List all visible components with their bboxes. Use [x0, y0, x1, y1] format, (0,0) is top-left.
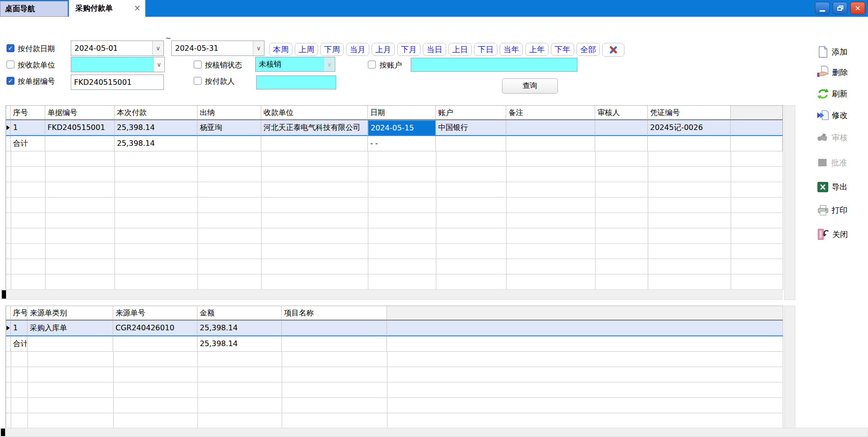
col-extra: [731, 106, 783, 120]
empty-rows-area: [6, 151, 783, 290]
table-row[interactable]: 1 采购入库单 CGR240426010 25,398.14: [6, 320, 783, 336]
verify-status-checkbox[interactable]: [194, 61, 202, 68]
audit-icon-disabled: [817, 131, 829, 144]
cell-auditor: [595, 120, 648, 136]
query-button[interactable]: 查询: [502, 78, 558, 94]
col-seq: 序号: [11, 106, 45, 120]
refresh-icon: [817, 88, 829, 100]
tab-close-icon[interactable]: ×: [134, 4, 141, 12]
col-source-no: 来源单号: [113, 306, 197, 320]
col-date: 日期: [368, 106, 436, 120]
doc-no-input[interactable]: [71, 75, 164, 90]
chevron-down-icon[interactable]: ∨: [153, 57, 164, 72]
titlebar: 桌面导航 采购付款单 × ✕: [0, 0, 868, 17]
range-all-button[interactable]: 全部: [576, 43, 600, 56]
payer-input[interactable]: [256, 75, 336, 89]
range-last-year-button[interactable]: 上年: [525, 43, 549, 56]
date-to-combobox[interactable]: 2024-05-31 ∨: [171, 41, 264, 56]
payment-table: 序号 单据编号 本次付款 出纳 收款单位 日期 账户 备注 审核人 凭证编号 1…: [6, 105, 783, 290]
tab-purchase-payment[interactable]: 采购付款单 ×: [69, 0, 145, 17]
add-button[interactable]: 添加: [817, 45, 848, 59]
close-button[interactable]: ✕: [850, 2, 865, 14]
range-today-button[interactable]: 当日: [423, 43, 446, 56]
quick-range-buttons: 本周 上周 下周 当月 上月 下月 当日 上日 下日 当年 上年 下年 全部: [269, 43, 624, 57]
main-grid-hscrollbar[interactable]: [1, 289, 782, 300]
range-next-week-button[interactable]: 下周: [320, 43, 344, 56]
range-this-year-button[interactable]: 当年: [500, 43, 523, 56]
modify-button[interactable]: 修改: [817, 108, 848, 122]
cell-cashier: 杨亚珣: [197, 120, 261, 136]
cell-account: 中国银行: [436, 120, 506, 136]
bottom-hscrollbar[interactable]: [0, 428, 868, 437]
col-account: 账户: [436, 106, 506, 120]
refresh-button[interactable]: 刷新: [817, 87, 848, 101]
source-table-header: 序号 来源单类别 来源单号 金额 项目名称: [6, 306, 783, 320]
range-this-month-button[interactable]: 当月: [346, 43, 369, 56]
range-next-month-button[interactable]: 下月: [397, 43, 420, 56]
date-from-combobox[interactable]: 2024-05-01 ∨: [71, 41, 164, 56]
empty-rows-area: [6, 352, 783, 428]
close-form-button[interactable]: 关闭: [817, 227, 848, 241]
payee-filter-checkbox[interactable]: [7, 61, 14, 68]
hscrollbar-thumb[interactable]: [2, 290, 6, 299]
hscrollbar-thumb[interactable]: [1, 429, 5, 436]
date-tools-button[interactable]: [602, 43, 624, 57]
window-close-icon: ✕: [855, 4, 861, 13]
row-arrow-icon: [7, 326, 10, 330]
add-document-icon: [817, 46, 829, 58]
cell-project: [282, 321, 387, 336]
restore-button[interactable]: [833, 2, 848, 14]
col-extra: [387, 306, 783, 320]
account-filter-checkbox[interactable]: [368, 61, 376, 68]
range-last-month-button[interactable]: 上月: [372, 43, 395, 56]
export-button[interactable]: 导出: [817, 180, 848, 194]
tab-desktop-nav-label: 桌面导航: [5, 4, 35, 14]
verify-status-value: 未核销: [256, 60, 324, 69]
main-grid-vscrollbar[interactable]: [784, 105, 795, 300]
range-next-year-button[interactable]: 下年: [551, 43, 574, 56]
chevron-down-icon[interactable]: ∨: [253, 41, 264, 55]
current-row-indicator: [6, 120, 11, 136]
range-yesterday-button[interactable]: 上日: [448, 43, 472, 56]
range-this-week-button[interactable]: 本周: [269, 43, 292, 56]
range-tomorrow-button[interactable]: 下日: [474, 43, 497, 56]
doc-no-filter-checkbox[interactable]: [7, 77, 14, 85]
date-filter-checkbox[interactable]: [7, 44, 14, 52]
minimize-button[interactable]: [815, 2, 830, 14]
minimize-icon: [820, 10, 825, 12]
account-input[interactable]: [411, 58, 577, 72]
cell-extra: [731, 120, 783, 136]
table-row[interactable]: 1 FKD240515001 25,398.14 杨亚珣 河北天正泰电气科技有限…: [6, 120, 783, 136]
row-indicator-header: [6, 106, 11, 120]
print-button[interactable]: 打印: [817, 203, 848, 217]
doc-no-filter-label: 按单据编号: [18, 77, 55, 87]
tab-desktop-nav[interactable]: 桌面导航: [0, 1, 68, 17]
delete-document-icon: [817, 66, 830, 79]
account-filter-label: 按账户: [380, 61, 402, 70]
payer-filter-checkbox[interactable]: [194, 77, 202, 85]
cell-amount: 25,398.14: [115, 120, 197, 136]
total-label: 合计: [11, 136, 45, 151]
source-table: 序号 来源单类别 来源单号 金额 项目名称 1 采购入库单 CGR2404260…: [6, 306, 783, 429]
cell-remark: [506, 120, 595, 136]
cell-source-no: CGR240426010: [113, 321, 197, 336]
total-amount: 25,398.14: [197, 336, 282, 352]
approve-icon-disabled: [817, 157, 829, 169]
payment-table-header: 序号 单据编号 本次付款 出纳 收款单位 日期 账户 备注 审核人 凭证编号: [6, 106, 783, 120]
source-grid-vscrollbar[interactable]: [784, 306, 795, 437]
verify-status-combobox[interactable]: 未核销 ∨: [255, 57, 335, 72]
chevron-down-icon[interactable]: ∨: [324, 57, 335, 71]
payee-combobox[interactable]: ∨: [71, 57, 165, 72]
col-doc-no: 单据编号: [45, 106, 115, 120]
total-date: - -: [368, 136, 436, 151]
col-source-type: 来源单类别: [27, 306, 113, 320]
date-filter-label: 按付款日期: [18, 44, 55, 54]
cell-date-focused[interactable]: 2024-05-15: [368, 120, 436, 136]
chevron-down-icon[interactable]: ∨: [152, 41, 163, 55]
cell-money: 25,398.14: [197, 321, 282, 336]
restore-icon: [837, 6, 843, 11]
range-last-week-button[interactable]: 上周: [295, 43, 318, 56]
delete-button[interactable]: 删除: [817, 65, 848, 79]
verify-status-label: 按核销状态: [205, 61, 242, 70]
col-money: 金额: [197, 306, 282, 320]
